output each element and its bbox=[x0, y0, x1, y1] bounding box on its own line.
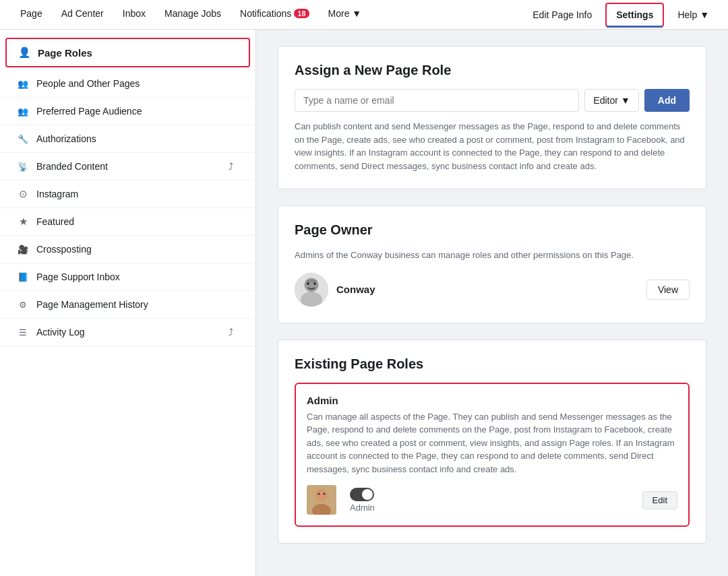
edit-admin-button[interactable]: Edit bbox=[642, 491, 677, 509]
sidebar-label: People and Other Pages bbox=[36, 78, 239, 89]
admin-user-info: Admin bbox=[350, 488, 642, 513]
sidebar-label: Preferred Page Audience bbox=[36, 106, 239, 117]
svg-point-11 bbox=[324, 493, 326, 495]
role-chevron-icon: ▼ bbox=[621, 95, 630, 106]
svg-point-10 bbox=[318, 493, 320, 495]
sidebar-item-preferred-audience[interactable]: 👥 Preferred Page Audience bbox=[0, 98, 255, 125]
sidebar-active-label: Page Roles bbox=[38, 47, 238, 59]
admin-role-description: Can manage all aspects of the Page. They… bbox=[307, 410, 677, 476]
external-link-icon: ⤴ bbox=[229, 161, 239, 172]
sidebar-item-page-mgmt-history[interactable]: ⚙ Page Management History bbox=[0, 291, 255, 319]
name-email-input[interactable] bbox=[295, 89, 579, 112]
admin-toggle[interactable] bbox=[350, 488, 374, 501]
preferred-icon: 👥 bbox=[16, 104, 30, 118]
sidebar-label: Activity Log bbox=[36, 327, 229, 338]
sidebar-label: Authorizations bbox=[36, 133, 239, 144]
owner-section-title: Page Owner bbox=[295, 222, 690, 238]
nav-left: Page Ad Center Inbox Manage Jobs Notific… bbox=[11, 0, 371, 30]
sidebar-item-instagram[interactable]: ⊙ Instagram bbox=[0, 181, 255, 208]
nav-inbox[interactable]: Inbox bbox=[113, 0, 155, 30]
nav-ad-center[interactable]: Ad Center bbox=[52, 0, 113, 30]
svg-point-3 bbox=[307, 282, 309, 285]
nav-right: Edit Page Info Settings Help ▼ bbox=[524, 0, 717, 30]
page-layout: 👤 Page Roles 👥 People and Other Pages 👥 … bbox=[0, 30, 728, 576]
crossposting-icon: 🎥 bbox=[16, 243, 30, 256]
sidebar-item-crossposting[interactable]: 🎥 Crossposting bbox=[0, 236, 255, 263]
add-role-button[interactable]: Add bbox=[644, 89, 690, 112]
role-value: Editor bbox=[593, 95, 618, 106]
sidebar-label: Branded Content bbox=[36, 161, 229, 172]
nav-notifications[interactable]: Notifications 18 bbox=[231, 0, 319, 30]
sidebar-label: Page Management History bbox=[36, 299, 239, 310]
external-link-icon-2: ⤴ bbox=[229, 327, 239, 338]
sidebar-label: Crossposting bbox=[36, 244, 239, 255]
sidebar-item-featured[interactable]: ★ Featured bbox=[0, 208, 255, 236]
view-owner-button[interactable]: View bbox=[646, 280, 690, 300]
sidebar-item-page-roles[interactable]: 👤 Page Roles bbox=[5, 38, 250, 67]
sidebar-item-activity-log[interactable]: ☰ Activity Log ⤴ bbox=[0, 319, 255, 346]
nav-page[interactable]: Page bbox=[11, 0, 52, 30]
sidebar-label: Page Support Inbox bbox=[36, 271, 239, 282]
page-roles-icon: 👤 bbox=[18, 46, 31, 59]
nav-settings[interactable]: Settings bbox=[605, 3, 664, 27]
svg-point-8 bbox=[315, 489, 328, 501]
nav-edit-page-info[interactable]: Edit Page Info bbox=[524, 0, 600, 30]
svg-rect-6 bbox=[306, 280, 317, 282]
nav-notifications-label: Notifications bbox=[240, 8, 291, 19]
owner-description: Admins of the Conway business can manage… bbox=[295, 249, 690, 262]
nav-help[interactable]: Help ▼ bbox=[669, 0, 717, 30]
assign-input-row: Editor ▼ Add bbox=[295, 89, 690, 112]
sidebar-label: Featured bbox=[36, 216, 239, 227]
featured-icon: ★ bbox=[16, 215, 30, 228]
sidebar-item-authorizations[interactable]: 🔧 Authorizations bbox=[0, 125, 255, 153]
admin-user-label: Admin bbox=[350, 503, 642, 513]
branded-icon: 📡 bbox=[16, 160, 30, 173]
owner-avatar bbox=[295, 273, 328, 307]
nav-manage-jobs[interactable]: Manage Jobs bbox=[155, 0, 231, 30]
owner-name: Conway bbox=[336, 284, 646, 295]
existing-roles-card: Existing Page Roles Admin Can manage all… bbox=[278, 340, 706, 544]
admin-user-avatar bbox=[307, 485, 336, 515]
admin-role-box: Admin Can manage all aspects of the Page… bbox=[295, 383, 690, 527]
people-icon: 👥 bbox=[16, 77, 30, 90]
page-owner-card: Page Owner Admins of the Conway business… bbox=[278, 205, 706, 323]
existing-section-title: Existing Page Roles bbox=[295, 356, 690, 372]
support-icon: 📘 bbox=[16, 270, 30, 284]
assign-section-title: Assign a New Page Role bbox=[295, 63, 690, 78]
admin-user-row: Admin Edit bbox=[307, 485, 677, 515]
svg-point-4 bbox=[313, 282, 316, 285]
sidebar-item-people-other-pages[interactable]: 👥 People and Other Pages bbox=[0, 70, 255, 98]
instagram-icon: ⊙ bbox=[16, 187, 30, 201]
toggle-knob bbox=[362, 489, 373, 500]
nav-more[interactable]: More ▼ bbox=[319, 0, 371, 30]
owner-row: Conway View bbox=[295, 273, 690, 307]
activity-icon: ☰ bbox=[16, 325, 30, 339]
role-dropdown[interactable]: Editor ▼ bbox=[584, 89, 638, 112]
assign-role-card: Assign a New Page Role Editor ▼ Add Can … bbox=[278, 46, 706, 189]
mgmt-icon: ⚙ bbox=[16, 298, 30, 311]
sidebar: 👤 Page Roles 👥 People and Other Pages 👥 … bbox=[0, 30, 256, 576]
auth-icon: 🔧 bbox=[16, 132, 30, 146]
role-description-text: Can publish content and send Messenger m… bbox=[295, 120, 690, 172]
main-content: Assign a New Page Role Editor ▼ Add Can … bbox=[256, 30, 728, 576]
admin-role-title: Admin bbox=[307, 395, 677, 406]
sidebar-label: Instagram bbox=[36, 189, 239, 199]
top-nav: Page Ad Center Inbox Manage Jobs Notific… bbox=[0, 0, 728, 30]
notifications-badge: 18 bbox=[294, 9, 309, 18]
sidebar-item-branded-content[interactable]: 📡 Branded Content ⤴ bbox=[0, 153, 255, 181]
sidebar-item-page-support-inbox[interactable]: 📘 Page Support Inbox bbox=[0, 263, 255, 291]
